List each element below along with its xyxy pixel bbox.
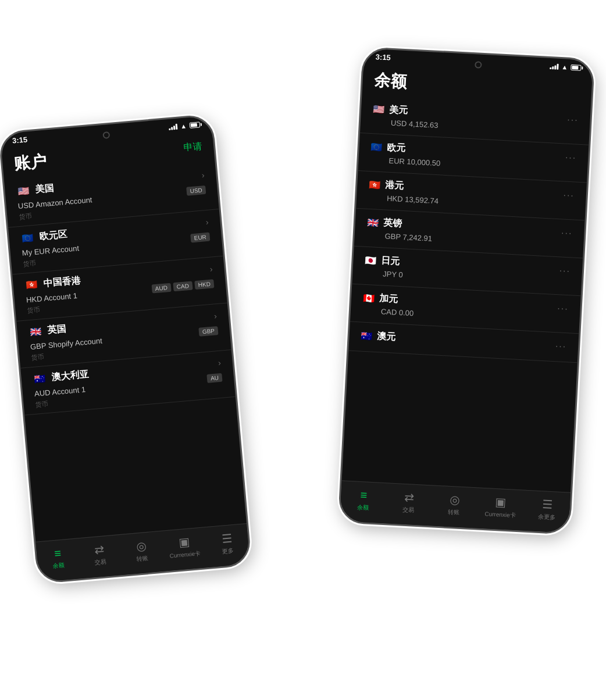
- currency-tags-eu: EUR: [190, 233, 210, 243]
- signal-icon-right: [550, 63, 559, 69]
- chevron-us: ›: [201, 170, 205, 180]
- currency-tag-au2: AU: [206, 373, 222, 383]
- scene: 3:15 ▲ 账户 申请: [0, 0, 606, 700]
- currency-tag-usd: USD: [186, 185, 206, 196]
- flag-eu: 🇪🇺: [20, 230, 35, 245]
- currency-tag-gbp: GBP: [198, 326, 218, 337]
- more-nav-label-left: 更多: [222, 547, 234, 556]
- currency-name-gbp: 英镑: [383, 217, 402, 230]
- screen-left: 账户 申请 🇺🇸 美国 › USD Amazon Account: [1, 129, 248, 555]
- nav-card-left[interactable]: ▣ Currenxie卡: [168, 534, 201, 560]
- more-nav-icon-right: ☰: [541, 497, 552, 512]
- signal-icon-left: [169, 123, 178, 130]
- balance-nav-label-left: 余额: [53, 561, 65, 570]
- transactions-nav-icon-left: ⇄: [94, 542, 105, 556]
- accounts-list: 🇺🇸 美国 › USD Amazon Account USD 货币: [4, 162, 236, 415]
- card-nav-icon-left: ▣: [178, 535, 190, 550]
- battery-icon-right: [571, 64, 581, 70]
- region-name-eu: 欧元区: [39, 228, 68, 242]
- currency-name-hkd: 港元: [385, 179, 404, 192]
- currency-name-cad: 加元: [379, 292, 398, 306]
- currency-tag-aud: AUD: [151, 283, 171, 294]
- transfer-nav-icon-right: ◎: [449, 492, 459, 507]
- currency-tags-gb: GBP: [198, 326, 218, 337]
- balance-nav-icon-right: ≡: [360, 488, 368, 502]
- balance-list: 🇺🇸 美元 ··· USD 4,152.63 🇪🇺 欧元 ··: [343, 95, 591, 470]
- region-name-gb: 英国: [47, 323, 67, 337]
- battery-icon-left: [189, 122, 200, 128]
- region-name-hk: 中国香港: [43, 274, 81, 290]
- flag-balance-aud: 🇦🇺: [361, 330, 373, 342]
- nav-transfer-left[interactable]: ◎ 转账: [126, 538, 157, 564]
- accounts-title: 账户: [13, 151, 48, 176]
- chevron-au: ›: [218, 358, 221, 367]
- more-nav-icon-left: ☰: [221, 531, 233, 545]
- time-right: 3:15: [375, 52, 391, 62]
- chevron-gb: ›: [213, 311, 217, 320]
- chevron-eu: ›: [205, 217, 209, 227]
- currency-name-aud: 澳元: [377, 330, 396, 344]
- more-dots-cad[interactable]: ···: [557, 303, 569, 314]
- transactions-nav-label-right: 交易: [402, 506, 415, 515]
- currency-name-eur: 欧元: [387, 142, 406, 155]
- currency-tag-hkd: HKD: [194, 279, 214, 290]
- currency-tag-eur: EUR: [190, 233, 210, 243]
- region-name-au: 澳大利亚: [51, 368, 90, 383]
- flag-balance-jpy: 🇯🇵: [365, 255, 377, 266]
- flag-au: 🇦🇺: [33, 371, 48, 386]
- more-dots-aud[interactable]: ···: [555, 341, 566, 352]
- currency-tags-us: USD: [186, 185, 206, 196]
- transactions-nav-icon-right: ⇄: [404, 490, 414, 505]
- status-icons-right: ▲: [550, 62, 581, 71]
- screen-right: 余额 🇺🇸 美元 ··· USD 4,152.63: [341, 62, 592, 506]
- card-nav-label-right: Currenxie卡: [484, 510, 516, 520]
- flag-balance-usd: 🇺🇸: [373, 103, 385, 115]
- region-name-us: 美国: [35, 182, 55, 196]
- nav-card-right[interactable]: ▣ Currenxie卡: [484, 494, 516, 520]
- card-nav-label-left: Currenxie卡: [169, 549, 201, 560]
- balance-title: 余额: [374, 71, 408, 91]
- currency-tag-cad: CAD: [173, 281, 193, 292]
- wifi-icon-left: ▲: [180, 122, 187, 130]
- flag-balance-gbp: 🇬🇧: [366, 217, 379, 228]
- more-dots-hkd[interactable]: ···: [563, 190, 575, 201]
- flag-gb: 🇬🇧: [28, 324, 44, 339]
- transfer-nav-icon-left: ◎: [136, 538, 147, 553]
- nav-transactions-right[interactable]: ⇄ 交易: [394, 490, 424, 515]
- balance-nav-label-right: 余额: [357, 503, 369, 512]
- transfer-nav-label-right: 转账: [448, 508, 460, 517]
- card-nav-icon-right: ▣: [495, 495, 507, 509]
- nav-transactions-left[interactable]: ⇄ 交易: [84, 541, 115, 567]
- nav-more-right[interactable]: ☰ 余更多: [532, 497, 562, 522]
- currency-name-usd: 美元: [389, 104, 408, 117]
- transactions-nav-label-left: 交易: [94, 558, 106, 567]
- more-dots-eur[interactable]: ···: [565, 152, 576, 163]
- more-dots-usd[interactable]: ···: [567, 114, 579, 125]
- currency-name-jpy: 日元: [381, 255, 400, 268]
- flag-balance-cad: 🇨🇦: [363, 292, 375, 304]
- chevron-hk: ›: [209, 264, 213, 273]
- more-dots-jpy[interactable]: ···: [559, 265, 571, 276]
- more-nav-label-right: 余更多: [537, 513, 555, 522]
- nav-balance-right[interactable]: ≡ 余额: [348, 487, 379, 512]
- currency-tags-au: AU: [206, 373, 222, 383]
- phone-right: 3:15 ▲ 余额: [338, 47, 595, 535]
- flag-balance-eur: 🇪🇺: [370, 141, 383, 153]
- wifi-icon-right: ▲: [561, 63, 568, 71]
- time-left: 3:15: [12, 135, 27, 145]
- nav-balance-left[interactable]: ≡ 余额: [42, 545, 73, 571]
- flag-balance-hkd: 🇭🇰: [369, 179, 381, 191]
- apply-button[interactable]: 申请: [183, 137, 202, 154]
- flag-us: 🇺🇸: [16, 183, 31, 198]
- balance-nav-icon-left: ≡: [54, 546, 62, 560]
- transfer-nav-label-left: 转账: [136, 554, 148, 563]
- status-icons-left: ▲: [169, 121, 201, 131]
- more-dots-gbp[interactable]: ···: [561, 227, 573, 238]
- nav-transfer-right[interactable]: ◎ 转账: [439, 492, 469, 517]
- phone-left: 3:15 ▲ 账户 申请: [0, 113, 252, 584]
- flag-hk: 🇭🇰: [24, 277, 40, 292]
- nav-more-left[interactable]: ☰ 更多: [212, 530, 243, 556]
